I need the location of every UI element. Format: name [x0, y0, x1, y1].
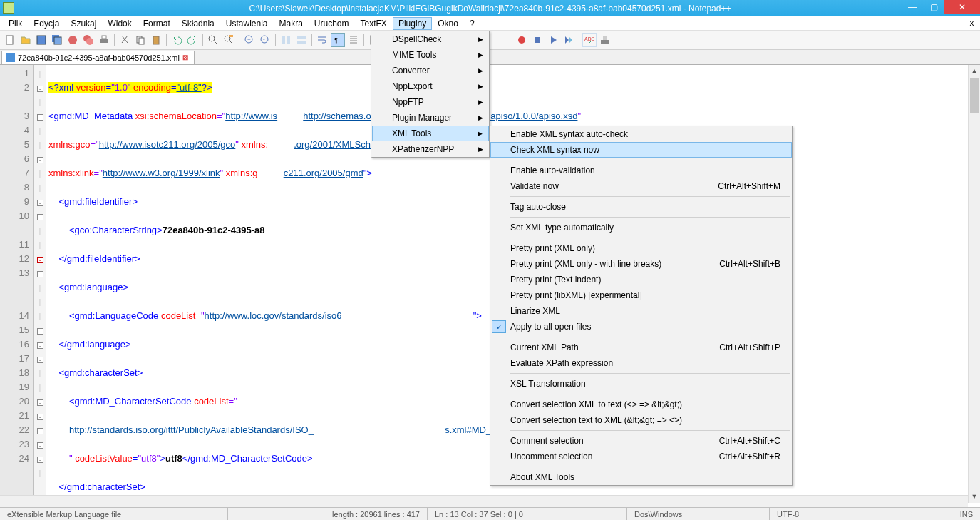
plugins-menu-item[interactable]: NppFTP▶	[372, 94, 489, 110]
menu-help[interactable]: ?	[464, 17, 480, 30]
new-file-icon[interactable]	[3, 33, 17, 47]
macro-play-icon[interactable]	[546, 33, 560, 47]
toolbar-separator	[275, 34, 276, 46]
scroll-thumb[interactable]	[970, 78, 979, 113]
menu-edycja[interactable]: Edycja	[28, 17, 65, 30]
svg-rect-14	[229, 35, 233, 37]
sync-v-icon[interactable]	[279, 33, 293, 47]
line-gutter: 123456789101112131415161718192021222324	[0, 65, 34, 501]
close-file-icon[interactable]	[66, 33, 80, 47]
plugins-menu-item[interactable]: Converter▶	[372, 63, 489, 78]
toolbar-separator	[311, 34, 312, 46]
status-eol: Dos\Windows	[627, 508, 770, 520]
menu-widok[interactable]: Widok	[102, 17, 137, 30]
xml-tools-menu-item[interactable]: About XML Tools	[490, 469, 792, 485]
minimize-button[interactable]: —	[902, 0, 923, 14]
xml-tools-menu-item[interactable]: Set XML type automatically	[490, 220, 792, 235]
menu-makra[interactable]: Makra	[274, 17, 309, 30]
wordwrap-icon[interactable]	[315, 33, 329, 47]
macro-record-icon[interactable]	[515, 33, 529, 47]
xml-tools-menu-item[interactable]: XSL Transformation	[490, 376, 792, 392]
macro-multi-icon[interactable]	[562, 33, 576, 47]
plugins-menu-item[interactable]: XML Tools▶	[372, 126, 489, 141]
file-tab[interactable]: 72ea840b-91c2-4395-a8af-bab04570d251.xml…	[1, 51, 195, 64]
xml-tools-menu-item[interactable]: Pretty print (XML only)	[490, 240, 792, 256]
titlebar: C:\Users\Sławek\Desktop\instalacjaKM\Pli…	[0, 0, 980, 16]
menu-skladnia[interactable]: Składnia	[176, 17, 220, 30]
xml-tools-menu-item[interactable]: Validate nowCtrl+Alt+Shift+M	[490, 178, 792, 194]
plugins-menu-item[interactable]: NppExport▶	[372, 78, 489, 94]
svg-rect-10	[139, 38, 144, 44]
file-tab-icon	[6, 53, 15, 62]
svg-text:-: -	[263, 36, 265, 42]
spellcheck-icon[interactable]: ABC	[582, 33, 597, 47]
xml-tools-menu-item[interactable]: Uncomment selectionCtrl+Alt+Shift+R	[490, 449, 792, 464]
horizontal-scrollbar[interactable]	[0, 495, 968, 507]
menu-uruchom[interactable]: Uruchom	[309, 17, 355, 30]
redo-icon[interactable]	[185, 33, 200, 47]
scroll-down-icon[interactable]: ▼	[969, 491, 980, 503]
svg-text:ABC: ABC	[584, 36, 594, 41]
close-all-icon[interactable]	[81, 33, 96, 47]
menu-pluginy[interactable]: Pluginy	[393, 17, 432, 30]
zoom-in-icon[interactable]: +	[242, 33, 257, 47]
plugins-menu-item[interactable]: MIME Tools▶	[372, 47, 489, 63]
menu-plik[interactable]: Plik	[3, 17, 28, 30]
xml-tools-menu-item[interactable]: ✓Apply to all open files	[490, 319, 792, 335]
toolbar-separator	[363, 34, 364, 46]
maximize-button[interactable]: ▢	[923, 0, 944, 14]
replace-icon[interactable]	[222, 33, 236, 47]
xml-tools-menu-item[interactable]: Enable XML syntax auto-check	[490, 126, 792, 142]
scroll-up-icon[interactable]: ▲	[969, 65, 980, 77]
svg-rect-20	[287, 36, 290, 44]
xml-tools-menu-item[interactable]: Pretty print (libXML) [experimental]	[490, 287, 792, 303]
sync-h-icon[interactable]	[294, 33, 309, 47]
xml-tools-menu-item[interactable]: Current XML PathCtrl+Alt+Shift+P	[490, 340, 792, 355]
menubar-x[interactable]: X	[969, 19, 974, 28]
fold-column[interactable]: |-|-||-||--||--|||---||-----|	[34, 65, 46, 501]
svg-text:+: +	[247, 36, 251, 43]
xml-tools-menu-item[interactable]: Tag auto-close	[490, 199, 792, 215]
show-all-chars-icon[interactable]: ¶	[331, 33, 345, 47]
xml-tools-menu-item[interactable]: Evaluate XPath expression	[490, 355, 792, 371]
menu-okno[interactable]: Okno	[432, 17, 464, 30]
xml-tools-menu-item[interactable]: Comment selectionCtrl+Alt+Shift+C	[490, 433, 792, 449]
xml-tools-menu-item[interactable]: Check XML syntax now	[490, 142, 792, 158]
undo-icon[interactable]	[170, 33, 184, 47]
toolbar-separator	[202, 34, 203, 46]
macro-stop-icon[interactable]	[530, 33, 545, 47]
menu-textfx[interactable]: TextFX	[355, 17, 393, 30]
save-all-icon[interactable]	[50, 33, 64, 47]
menu-szukaj[interactable]: Szukaj	[65, 17, 102, 30]
cut-icon[interactable]	[118, 33, 132, 47]
indent-guide-icon[interactable]	[346, 33, 361, 47]
xml-tools-menu-item[interactable]: Enable auto-validation	[490, 163, 792, 178]
svg-rect-30	[603, 36, 607, 40]
svg-point-13	[225, 36, 230, 41]
paste-icon[interactable]	[149, 33, 163, 47]
save-icon[interactable]	[34, 33, 48, 47]
print-icon[interactable]	[97, 33, 111, 47]
ftp-icon[interactable]	[598, 33, 612, 47]
open-file-icon[interactable]	[19, 33, 33, 47]
file-tab-label: 72ea840b-91c2-4395-a8af-bab04570d251.xml	[18, 53, 180, 62]
tab-close-icon[interactable]: ⊠	[182, 54, 190, 61]
find-icon[interactable]	[206, 33, 220, 47]
plugins-menu-item[interactable]: XPatherizerNPP▶	[372, 141, 489, 157]
xml-tools-menu-item[interactable]: Convert selection text to XML (&lt;&gt; …	[490, 412, 792, 428]
menu-ustawienia[interactable]: Ustawienia	[220, 17, 274, 30]
toolbar-separator	[239, 34, 239, 46]
vertical-scrollbar[interactable]: ▲ ▼	[968, 65, 980, 503]
plugins-menu-item[interactable]: Plugin Manager▶	[372, 110, 489, 126]
status-filetype: eXtensible Markup Language file	[0, 508, 228, 520]
menu-format[interactable]: Format	[138, 17, 176, 30]
xml-tools-menu-item[interactable]: Pretty print (Text indent)	[490, 272, 792, 287]
xml-tools-menu-item[interactable]: Linarize XML	[490, 303, 792, 319]
status-mode: INS	[855, 508, 980, 520]
xml-tools-menu-item[interactable]: Convert selection XML to text (<> => &lt…	[490, 397, 792, 412]
plugins-menu-item[interactable]: DSpellCheck▶	[372, 31, 489, 47]
xml-tools-menu-item[interactable]: Pretty print (XML only - with line break…	[490, 256, 792, 272]
copy-icon[interactable]	[133, 33, 148, 47]
zoom-out-icon[interactable]: -	[258, 33, 272, 47]
close-button[interactable]: ✕	[944, 0, 980, 14]
